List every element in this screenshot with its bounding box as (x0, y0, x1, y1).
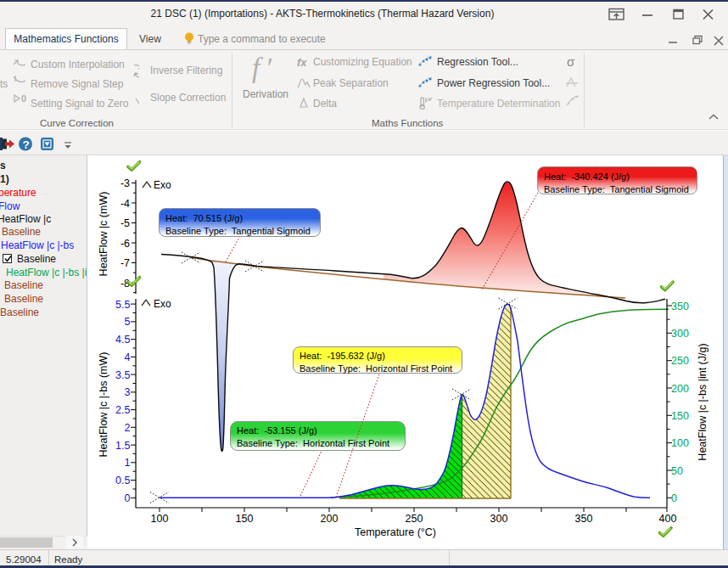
svg-text:0: 0 (21, 93, 26, 104)
svg-text:?: ? (23, 138, 30, 151)
